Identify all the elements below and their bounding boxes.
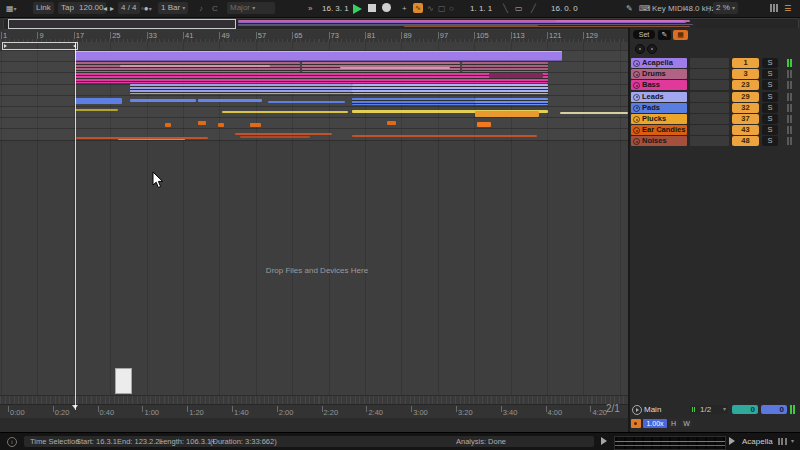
hamburger-menu-icon[interactable]: ☰ (784, 3, 791, 14)
time-signature-field[interactable]: 4 / 4 (118, 2, 140, 14)
track-solo-button[interactable]: S (762, 114, 778, 124)
main-track-row[interactable]: Main 1/2▾ 0 0 (630, 404, 800, 416)
clip-play-button[interactable] (729, 437, 735, 445)
prev-locator-button[interactable] (635, 44, 645, 54)
clip[interactable] (462, 62, 548, 72)
preview-play-button[interactable] (601, 437, 607, 445)
track-midi-number[interactable]: 23 (732, 80, 759, 90)
mapped-control-icon[interactable] (631, 419, 641, 428)
track-midi-number[interactable]: 32 (732, 103, 759, 113)
track-midi-number[interactable]: 1 (732, 58, 759, 68)
nudge-down-button[interactable]: ◂ (103, 3, 107, 14)
stop-button[interactable] (368, 4, 376, 12)
clip[interactable] (235, 133, 332, 135)
track-name[interactable]: Acapella (631, 58, 687, 68)
track-io-box[interactable] (690, 92, 729, 102)
waveform-preview[interactable] (614, 436, 726, 450)
track-midi-number[interactable]: 43 (732, 125, 759, 135)
clip[interactable] (130, 84, 352, 94)
tap-tempo-button[interactable]: Tap (58, 2, 77, 14)
reenable-automation-button[interactable]: ∿ (427, 3, 434, 14)
track-io-box[interactable] (690, 69, 729, 79)
arrangement-position-display[interactable]: 16. 3. 1 (322, 3, 349, 14)
tempo-field[interactable]: 120.00 (76, 2, 106, 14)
loop-start-display[interactable]: 1. 1. 1 (470, 3, 492, 14)
grid-view-icon[interactable]: ▦▾ (6, 3, 17, 14)
track-name[interactable]: Leads (631, 92, 687, 102)
track-solo-button[interactable]: S (762, 80, 778, 90)
clip[interactable] (489, 73, 543, 78)
track-arm-icon[interactable] (633, 116, 640, 123)
clip[interactable] (198, 99, 262, 102)
computer-keyboard-icon[interactable]: ⌨ (639, 3, 651, 14)
track-solo-button[interactable]: S (762, 92, 778, 102)
clip[interactable] (165, 123, 171, 127)
root-note-field[interactable]: C (212, 3, 218, 14)
track-arm-icon[interactable] (633, 127, 640, 134)
clip[interactable] (120, 65, 270, 67)
clip[interactable] (75, 109, 118, 111)
clip[interactable] (75, 51, 562, 61)
clip[interactable] (352, 135, 537, 137)
track-solo-button[interactable]: S (762, 69, 778, 79)
set-locator-button[interactable]: Set (633, 30, 655, 39)
track-midi-number[interactable]: 37 (732, 114, 759, 124)
overview-zoom-region[interactable] (8, 19, 236, 29)
track-midi-number[interactable]: 3 (732, 69, 759, 79)
track-midi-number[interactable]: 29 (732, 92, 759, 102)
quantize-menu[interactable]: 1 Bar ▾ (158, 2, 188, 14)
clip[interactable] (218, 123, 224, 127)
play-button[interactable] (353, 4, 362, 14)
track-solo-button[interactable]: S (762, 136, 778, 146)
main-loop-value[interactable]: 0 (732, 405, 758, 414)
clip[interactable] (75, 62, 300, 72)
main-punch-value[interactable]: 0 (761, 405, 787, 414)
clip[interactable] (477, 122, 491, 127)
track-name[interactable]: Drums (631, 69, 687, 79)
optimize-height-button[interactable]: H (668, 419, 679, 428)
clip[interactable] (387, 121, 396, 125)
ruler-midi-button[interactable]: ▦ (673, 30, 688, 40)
track-solo-button[interactable]: S (762, 58, 778, 68)
track-name[interactable]: Plucks (631, 114, 687, 124)
draw-mode-button[interactable]: ▢ (438, 3, 446, 14)
clip[interactable] (340, 67, 450, 69)
clip[interactable] (268, 101, 345, 103)
loop-button[interactable]: ▭ (515, 3, 523, 14)
clip[interactable] (352, 84, 548, 94)
track-name[interactable]: Ear Candies (631, 125, 687, 135)
back-to-arrangement-icon[interactable] (632, 405, 642, 415)
launch-quantize-menu[interactable]: 1/2▾ (690, 405, 728, 414)
record-button[interactable] (382, 3, 391, 12)
track-io-box[interactable] (690, 103, 729, 113)
add-track-button[interactable]: + (402, 3, 407, 14)
loop-brace[interactable] (2, 42, 78, 50)
beat-time-ruler[interactable]: 191725334149576573818997105113121129 (0, 30, 628, 42)
info-icon[interactable]: i (7, 437, 17, 447)
clip[interactable] (240, 136, 310, 138)
track-name[interactable]: Noises (631, 136, 687, 146)
track-io-box[interactable] (690, 58, 729, 68)
time-ruler[interactable]: 0:000:200:401:001:201:402:002:202:403:00… (0, 404, 628, 419)
loop-length-display[interactable]: 16. 0. 0 (551, 3, 578, 14)
track-arm-icon[interactable] (633, 94, 640, 101)
metronome-button[interactable]: ◦●▾ (141, 3, 152, 14)
scale-menu[interactable]: Major ▾ (227, 2, 275, 14)
clip[interactable] (75, 98, 122, 104)
clip[interactable] (475, 98, 548, 105)
scale-icon[interactable]: ♪ (199, 3, 203, 14)
clip[interactable] (475, 111, 539, 117)
clip[interactable] (130, 99, 196, 102)
track-io-box[interactable] (690, 114, 729, 124)
automation-mode-button[interactable]: ∿ (413, 3, 423, 13)
track-name[interactable]: Pads (631, 103, 687, 113)
clip[interactable] (560, 112, 628, 114)
track-midi-number[interactable]: 48 (732, 136, 759, 146)
playback-speed-value[interactable]: 1.00x (643, 419, 667, 428)
track-name[interactable]: Bass (631, 80, 687, 90)
punch-out-button[interactable]: ╱ (531, 3, 536, 14)
clip[interactable] (222, 111, 348, 113)
capture-midi-button[interactable]: ○ (449, 3, 454, 14)
optimize-width-button[interactable]: W (681, 419, 692, 428)
track-io-box[interactable] (690, 80, 729, 90)
